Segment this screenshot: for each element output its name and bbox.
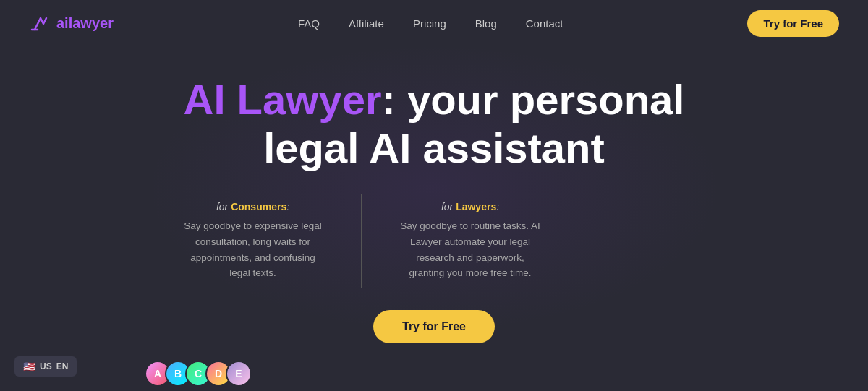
lawyer-panel: for Lawyers: Say goodbye to routine task… [362,194,579,288]
logo-text: ailawyer [56,15,114,32]
hero-cta-button[interactable]: Try for Free [373,310,495,343]
nav-affiliate[interactable]: Affiliate [349,17,384,30]
avatar-row: A B C D E [145,361,723,387]
hero-title: AI Lawyer: your personal legal AI assist… [145,76,723,172]
lawyer-label: for Lawyers: [398,201,542,212]
logo-icon [29,12,52,35]
language-badge[interactable]: 🇺🇸 US EN [14,356,77,377]
main-nav: FAQ Affiliate Pricing Blog Contact [298,17,563,30]
sub-panels: for Consumers: Say goodbye to expensive … [145,194,723,288]
nav-contact[interactable]: Contact [526,17,563,30]
avatar-5: E [226,361,252,387]
lang-us: US [40,361,52,371]
hero-content: AI Lawyer: your personal legal AI assist… [145,76,723,387]
consumer-label: for Consumers: [181,201,325,212]
header: ailawyer FAQ Affiliate Pricing Blog Cont… [0,0,868,47]
nav-blog[interactable]: Blog [475,17,497,30]
nav-pricing[interactable]: Pricing [413,17,446,30]
consumer-text: Say goodbye to expensive legal consultat… [181,218,325,280]
lawyer-text: Say goodbye to routine tasks. AI Lawyer … [398,218,542,280]
consumer-panel: for Consumers: Say goodbye to expensive … [145,194,362,288]
hero-section: AI Lawyer: your personal legal AI assist… [0,47,868,387]
lang-en: EN [56,361,69,371]
flag-icon: 🇺🇸 [23,361,35,372]
hero-title-highlight: AI Lawyer [184,76,382,123]
nav-faq[interactable]: FAQ [298,17,320,30]
logo[interactable]: ailawyer [29,12,114,35]
header-try-button[interactable]: Try for Free [747,10,839,37]
